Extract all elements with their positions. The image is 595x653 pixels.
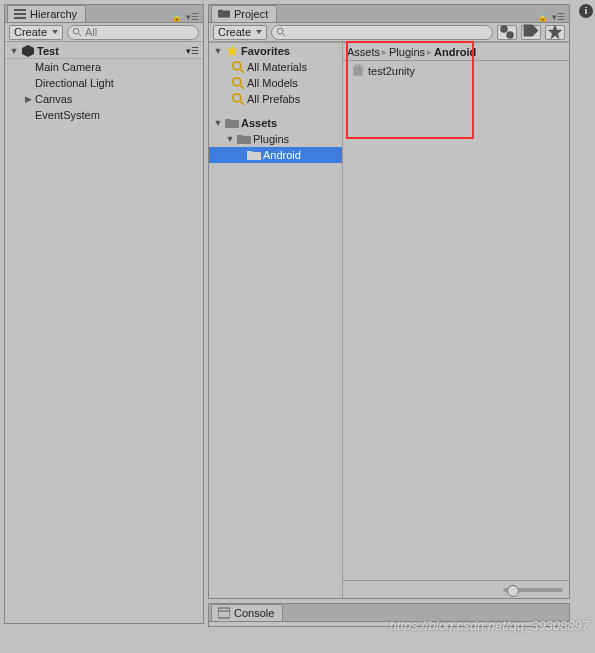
svg-marker-11 <box>226 45 238 57</box>
filter-type-button[interactable] <box>497 25 517 40</box>
project-content: Assets ▸ Plugins ▸ Android test2unity <box>343 43 569 598</box>
breadcrumb-part[interactable]: Android <box>434 46 476 58</box>
svg-rect-2 <box>14 17 26 19</box>
expand-arrow-icon[interactable] <box>213 46 223 56</box>
create-dropdown[interactable]: Create <box>213 25 267 40</box>
assets-row[interactable]: Assets <box>209 115 342 131</box>
item-label: All Materials <box>247 61 307 73</box>
search-icon <box>276 27 286 37</box>
svg-line-4 <box>79 34 82 37</box>
tree-item-plugins[interactable]: Plugins <box>209 131 342 147</box>
svg-point-6 <box>277 28 283 34</box>
svg-rect-1 <box>14 13 26 15</box>
console-tab-label: Console <box>234 607 274 619</box>
item-label: All Prefabs <box>247 93 300 105</box>
search-saved-icon <box>231 76 245 90</box>
project-panel: Project 🔒 ▾☰ Create <box>208 4 570 599</box>
project-footer <box>343 580 569 598</box>
search-icon <box>72 27 82 37</box>
folder-icon <box>218 8 230 20</box>
svg-point-14 <box>233 78 241 86</box>
info-badge[interactable]: i <box>579 4 593 18</box>
favorites-item[interactable]: All Materials <box>209 59 342 75</box>
svg-rect-0 <box>14 9 26 11</box>
scene-row[interactable]: Test ▾☰ <box>5 43 203 59</box>
unity-logo-icon <box>21 44 35 58</box>
icon-size-slider[interactable] <box>503 588 563 592</box>
folder-icon <box>225 116 239 130</box>
search-saved-icon <box>231 92 245 106</box>
favorites-label: Favorites <box>241 45 290 57</box>
item-label: Canvas <box>35 93 72 105</box>
expand-arrow-icon[interactable] <box>9 46 19 56</box>
asset-item[interactable]: test2unity <box>345 63 567 79</box>
hierarchy-tab-label: Hierarchy <box>30 8 77 20</box>
breadcrumb-part[interactable]: Plugins <box>389 46 425 58</box>
hierarchy-search[interactable]: All <box>67 25 199 40</box>
hierarchy-item[interactable]: EventSystem <box>5 107 203 123</box>
panel-menu-icon[interactable]: ▾☰ <box>186 12 199 22</box>
favorites-item[interactable]: All Prefabs <box>209 91 342 107</box>
svg-point-9 <box>506 31 514 39</box>
hierarchy-icon <box>14 8 26 20</box>
svg-line-7 <box>283 34 286 37</box>
svg-line-17 <box>240 101 244 105</box>
expand-arrow-icon[interactable] <box>213 118 223 128</box>
star-icon <box>225 44 239 58</box>
project-toolbar: Create <box>209 23 569 42</box>
svg-rect-19 <box>356 64 358 66</box>
expand-arrow-icon[interactable] <box>225 134 235 144</box>
favorites-item[interactable]: All Models <box>209 75 342 91</box>
hierarchy-item[interactable]: Directional Light <box>5 75 203 91</box>
item-label: Directional Light <box>35 77 114 89</box>
hierarchy-panel: Hierarchy 🔒 ▾☰ Create All Test <box>4 4 204 624</box>
svg-marker-5 <box>22 45 34 57</box>
project-tab-label: Project <box>234 8 268 20</box>
scene-name: Test <box>37 45 59 57</box>
svg-rect-18 <box>353 66 362 75</box>
panel-menu-icon[interactable]: ▾☰ <box>552 12 565 22</box>
item-label: Plugins <box>253 133 289 145</box>
expand-arrow-icon[interactable] <box>23 94 33 104</box>
svg-line-13 <box>240 69 244 73</box>
hierarchy-tab-strip: Hierarchy 🔒 ▾☰ <box>5 5 203 23</box>
chevron-right-icon: ▸ <box>382 47 387 57</box>
project-tab[interactable]: Project <box>211 5 277 22</box>
svg-point-12 <box>233 62 241 70</box>
svg-point-16 <box>233 94 241 102</box>
hierarchy-tree: Test ▾☰ Main Camera Directional Light Ca… <box>5 42 203 623</box>
svg-point-3 <box>73 28 79 34</box>
chevron-right-icon: ▸ <box>427 47 432 57</box>
asset-area[interactable]: test2unity <box>343 61 569 580</box>
create-label: Create <box>218 26 251 38</box>
search-saved-icon <box>231 60 245 74</box>
search-placeholder: All <box>85 26 97 38</box>
console-icon <box>218 607 230 619</box>
svg-rect-21 <box>218 608 230 618</box>
breadcrumb-part[interactable]: Assets <box>347 46 380 58</box>
console-panel: Console <box>208 603 570 627</box>
scene-menu-icon[interactable]: ▾☰ <box>186 46 203 56</box>
item-label: Android <box>263 149 301 161</box>
svg-point-8 <box>500 25 508 33</box>
breadcrumb: Assets ▸ Plugins ▸ Android <box>343 43 569 61</box>
project-search[interactable] <box>271 25 493 40</box>
hierarchy-item[interactable]: Main Camera <box>5 59 203 75</box>
filter-label-button[interactable] <box>521 25 541 40</box>
svg-rect-20 <box>359 64 361 66</box>
hierarchy-item[interactable]: Canvas <box>5 91 203 107</box>
lock-icon[interactable]: 🔒 <box>171 12 182 22</box>
tree-item-android[interactable]: Android <box>209 147 342 163</box>
svg-line-15 <box>240 85 244 89</box>
create-dropdown[interactable]: Create <box>9 25 63 40</box>
favorites-row[interactable]: Favorites <box>209 43 342 59</box>
project-tab-strip: Project 🔒 ▾☰ <box>209 5 569 23</box>
create-label: Create <box>14 26 47 38</box>
plugin-icon <box>351 64 365 78</box>
folder-icon <box>247 148 261 162</box>
console-tab[interactable]: Console <box>211 604 283 621</box>
svg-marker-10 <box>548 25 563 40</box>
hierarchy-tab[interactable]: Hierarchy <box>7 5 86 22</box>
save-filter-button[interactable] <box>545 25 565 40</box>
lock-icon[interactable]: 🔒 <box>537 12 548 22</box>
